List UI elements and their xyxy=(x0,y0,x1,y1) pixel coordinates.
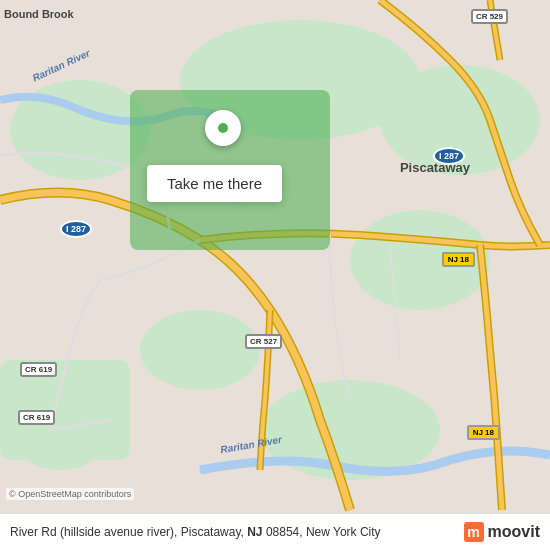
svg-point-5 xyxy=(140,310,260,390)
address-text: River Rd (hillside avenue river), Piscat… xyxy=(10,525,464,539)
moovit-logo: m moovit xyxy=(464,522,540,542)
i287-badge-right: I 287 xyxy=(433,145,465,165)
pin-circle xyxy=(205,110,241,146)
bottom-info-bar: River Rd (hillside avenue river), Piscat… xyxy=(0,513,550,550)
nj18-badge-bottom: NJ 18 xyxy=(467,421,500,440)
pin-inner-dot xyxy=(215,120,231,136)
cr529-badge: CR 529 xyxy=(471,5,508,24)
take-me-there-button[interactable]: Take me there xyxy=(147,165,282,202)
map-svg xyxy=(0,0,550,550)
attribution-label: © OpenStreetMap contributors xyxy=(6,488,134,500)
cr619-badge-b: CR 619 xyxy=(18,406,55,425)
cr527-badge: CR 527 xyxy=(245,330,282,349)
location-pin xyxy=(205,110,241,146)
nj18-badge-top: NJ 18 xyxy=(442,248,475,267)
map-container: Take me there Bound Brook Piscataway Rar… xyxy=(0,0,550,550)
moovit-brand-text: moovit xyxy=(488,523,540,541)
moovit-m-icon: m xyxy=(464,522,484,542)
cr619-badge-a: CR 619 xyxy=(20,358,57,377)
i287-badge-left: I 287 xyxy=(60,218,92,238)
